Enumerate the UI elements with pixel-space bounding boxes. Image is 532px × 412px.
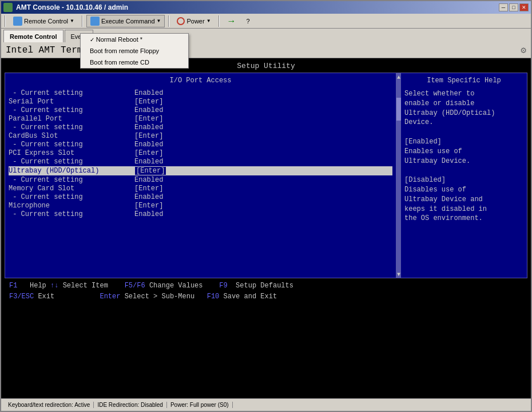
scrollbar[interactable]: ▲ ▼ [396, 73, 401, 278]
footer-row-1: F1 Help ↑↓ Select Item F5/F6 Change Valu… [9, 281, 523, 291]
table-row: - Current setting Enabled [9, 141, 392, 149]
toolbar-sep-4 [219, 15, 220, 27]
table-row: Parallel Port [Enter] [9, 115, 392, 123]
bios-screen: I/O Port Access - Current setting Enable… [5, 73, 527, 278]
table-row: - Current setting Enabled [9, 106, 392, 114]
remote-control-button[interactable]: Remote Control ▼ [9, 15, 78, 27]
bios-right-title: Item Specific Help [404, 77, 523, 85]
window-title: AMT Console - 10.10.10.46 / admin [16, 3, 128, 11]
execute-icon [90, 17, 100, 26]
footer-row-2: F3/ESC Exit Enter Select > Sub-Menu F10 … [9, 291, 523, 302]
check-icon: → [227, 16, 236, 26]
status-bar: Keyboard/text redirection: Active IDE Re… [1, 398, 531, 411]
toolbar-sep-3 [168, 15, 169, 27]
execute-arrow: ▼ [157, 18, 161, 23]
execute-dropdown[interactable]: Normal Reboot * Boot from remote Floppy … [80, 33, 189, 69]
power-status: Power: Full power (S0) [167, 402, 233, 408]
tab-remote-control[interactable]: Remote Control [3, 30, 63, 42]
dropdown-item-remote-cd[interactable]: Boot from remote CD [81, 57, 188, 68]
table-row: - Current setting Enabled [9, 210, 392, 218]
power-label: Power [186, 18, 204, 25]
key-f1: F1 [9, 282, 17, 290]
execute-command-label: Execute Command [101, 18, 155, 25]
power-icon [177, 17, 185, 25]
table-row: - Current setting Enabled [9, 158, 392, 166]
power-arrow: ▼ [207, 18, 211, 23]
scrollbar-thumb[interactable] [396, 98, 401, 121]
key-f10: F10 [207, 293, 220, 301]
maximize-button[interactable] [509, 3, 518, 11]
power-button[interactable]: Power ▼ [173, 15, 215, 27]
dropdown-item-normal-reboot[interactable]: Normal Reboot * [81, 34, 188, 45]
content-title: Intel AMT Termi [6, 45, 88, 55]
close-button[interactable] [519, 3, 529, 11]
remote-control-label: Remote Control [24, 18, 68, 25]
bios-left-title: I/O Port Access [9, 77, 392, 85]
toolbar: Remote Control ▼ Execute Command ▼ Power… [1, 14, 531, 29]
table-row: - Current setting Enabled [9, 123, 392, 131]
terminal-area[interactable]: Setup Utility I/O Port Access - Current … [1, 58, 531, 398]
ide-status: IDE Redirection: Disabled [94, 402, 167, 408]
bios-left-panel: I/O Port Access - Current setting Enable… [5, 73, 396, 278]
key-f9: F9 [219, 282, 227, 290]
minimize-button[interactable] [499, 3, 508, 11]
table-row: Serial Port [Enter] [9, 98, 392, 106]
gear-icon[interactable]: ⚙ [521, 45, 526, 56]
title-bar-content: AMT Console - 10.10.10.46 / admin [3, 3, 128, 12]
table-row: - Current setting Enabled [9, 193, 392, 201]
table-row-highlighted: Ultrabay (HDD/Optical) [Enter] [9, 166, 392, 175]
execute-command-button[interactable]: Execute Command ▼ [86, 15, 165, 27]
question-icon: ? [247, 18, 250, 25]
key-arrows: ↑↓ [50, 282, 58, 290]
remote-control-arrow: ▼ [70, 18, 74, 23]
table-row: Memory Card Slot [Enter] [9, 185, 392, 193]
check-button[interactable]: → [223, 15, 240, 27]
dropdown-item-remote-floppy[interactable]: Boot from remote Floppy [81, 45, 188, 57]
toolbar-sep-1 [5, 15, 6, 27]
help-button[interactable]: ? [243, 15, 254, 27]
scroll-up-arrow[interactable]: ▲ [397, 74, 400, 81]
toolbar-sep-2 [82, 15, 83, 27]
keyboard-status: Keyboard/text redirection: Active [5, 402, 94, 408]
content-area: Intel AMT Termi ⚙ Setup Utility I/O Port… [1, 42, 531, 398]
window-controls [499, 3, 529, 11]
table-row: - Current setting Enabled [9, 89, 392, 97]
remote-control-icon [13, 17, 22, 26]
key-f5f6: F5/F6 [125, 282, 145, 290]
title-bar: AMT Console - 10.10.10.46 / admin [1, 1, 531, 14]
app-icon [3, 3, 13, 12]
table-row: CardBus Slot [Enter] [9, 132, 392, 140]
scroll-down-arrow[interactable]: ▼ [397, 271, 400, 278]
key-enter: Enter [100, 293, 120, 301]
bios-right-panel: Item Specific Help Select whether toenab… [401, 73, 527, 278]
key-f3esc: F3/ESC [9, 293, 34, 301]
table-row: Microphone [Enter] [9, 202, 392, 210]
footer-keys: F1 Help ↑↓ Select Item F5/F6 Change Valu… [5, 278, 527, 305]
bios-help-text: Select whether toenable or disableUltrab… [404, 89, 523, 223]
table-row: PCI Express Slot [Enter] [9, 149, 392, 157]
table-row: - Current setting Enabled [9, 176, 392, 184]
